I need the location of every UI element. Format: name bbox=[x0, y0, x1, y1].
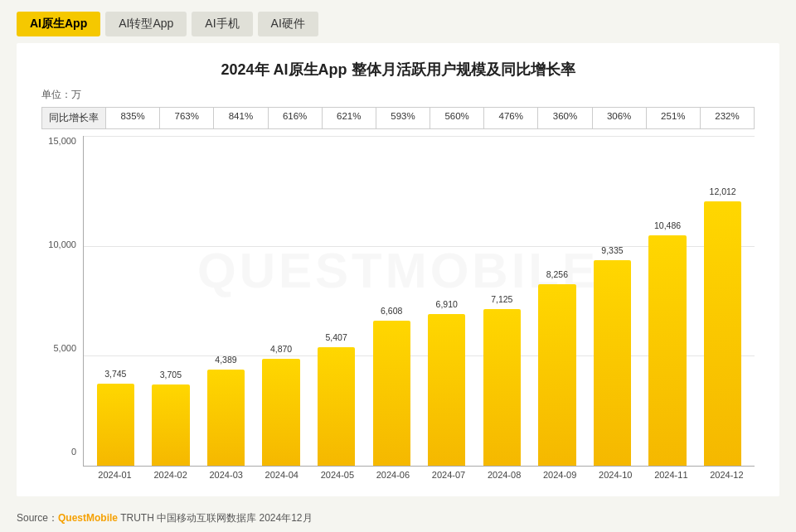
tab-ai-transform[interactable]: AI转型App bbox=[105, 12, 187, 36]
y-axis-label-2: 5,000 bbox=[53, 343, 76, 353]
bar-value-3: 4,870 bbox=[270, 344, 292, 354]
y-axis: 15,00010,0005,0000 bbox=[41, 136, 83, 480]
x-label-4: 2024-05 bbox=[309, 470, 365, 480]
yoy-header: 同比增长率 bbox=[42, 108, 106, 128]
bar-0: 3,745 bbox=[97, 384, 134, 466]
yoy-cell-5: 593% bbox=[376, 108, 430, 128]
bar-value-4: 5,407 bbox=[325, 332, 347, 342]
source-brand: QuestMobile bbox=[58, 512, 118, 524]
y-axis-label-0: 15,000 bbox=[48, 136, 76, 146]
bar-group-5: 6,608 bbox=[364, 136, 420, 466]
x-label-2: 2024-03 bbox=[198, 470, 254, 480]
bar-value-10: 10,486 bbox=[654, 220, 681, 230]
bar-group-10: 10,486 bbox=[640, 136, 696, 466]
chart-inner: 3,7453,7054,3894,8705,4076,6086,9107,125… bbox=[83, 136, 755, 480]
yoy-table: 同比增长率 835%763%841%616%621%593%560%476%36… bbox=[41, 107, 755, 129]
yoy-cell-2: 841% bbox=[214, 108, 268, 128]
chart-container: QUESTMOBILE 2024年 AI原生App 整体月活跃用户规模及同比增长… bbox=[17, 43, 779, 496]
yoy-cell-10: 251% bbox=[647, 108, 701, 128]
bar-1: 3,705 bbox=[152, 384, 189, 466]
bar-3: 4,870 bbox=[262, 359, 299, 466]
y-axis-label-3: 0 bbox=[71, 447, 76, 457]
x-label-1: 2024-02 bbox=[143, 470, 198, 480]
x-label-8: 2024-09 bbox=[532, 470, 588, 480]
bar-value-9: 9,335 bbox=[601, 245, 623, 255]
yoy-cell-3: 616% bbox=[269, 108, 323, 128]
source-prefix: Source： bbox=[17, 512, 58, 524]
yoy-cell-9: 306% bbox=[593, 108, 647, 128]
x-label-3: 2024-04 bbox=[254, 470, 309, 480]
x-label-0: 2024-01 bbox=[87, 470, 143, 480]
yoy-cell-4: 621% bbox=[323, 108, 376, 128]
yoy-cell-7: 476% bbox=[484, 108, 538, 128]
y-axis-label-1: 10,000 bbox=[48, 239, 76, 249]
bar-value-6: 6,910 bbox=[436, 299, 458, 309]
yoy-cells: 835%763%841%616%621%593%560%476%360%306%… bbox=[106, 108, 754, 128]
yoy-cell-11: 232% bbox=[701, 108, 754, 128]
bar-7: 7,125 bbox=[483, 309, 521, 466]
yoy-cell-1: 763% bbox=[160, 108, 214, 128]
bar-5: 6,608 bbox=[373, 321, 410, 466]
source-row: Source：QuestMobile TRUTH 中国移动互联网数据库 2024… bbox=[0, 505, 796, 532]
bar-group-3: 4,870 bbox=[254, 136, 309, 466]
bar-4: 5,407 bbox=[318, 347, 355, 466]
bar-value-5: 6,608 bbox=[381, 306, 402, 316]
tab-ai-phone[interactable]: AI手机 bbox=[192, 12, 252, 36]
bar-value-1: 3,705 bbox=[160, 370, 182, 380]
bar-group-11: 12,012 bbox=[695, 136, 750, 466]
bar-group-7: 7,125 bbox=[474, 136, 530, 466]
x-label-6: 2024-07 bbox=[420, 470, 476, 480]
bar-value-0: 3,745 bbox=[104, 369, 126, 379]
bars-area: 3,7453,7054,3894,8705,4076,6086,9107,125… bbox=[83, 136, 755, 467]
bar-9: 9,335 bbox=[594, 260, 631, 466]
chart-title: 2024年 AI原生App 整体月活跃用户规模及同比增长率 bbox=[41, 60, 755, 80]
bar-11: 12,012 bbox=[704, 201, 741, 466]
yoy-cell-6: 560% bbox=[430, 108, 484, 128]
yoy-cell-8: 360% bbox=[538, 108, 592, 128]
x-label-10: 2024-11 bbox=[643, 470, 699, 480]
x-labels: 2024-012024-022024-032024-042024-052024-… bbox=[83, 470, 755, 480]
x-label-5: 2024-06 bbox=[365, 470, 420, 480]
bar-group-2: 4,389 bbox=[198, 136, 254, 466]
yoy-cell-0: 835% bbox=[106, 108, 160, 128]
tab-ai-native[interactable]: AI原生App bbox=[17, 12, 100, 36]
bar-group-9: 9,335 bbox=[585, 136, 640, 466]
bar-group-4: 5,407 bbox=[308, 136, 364, 466]
bar-group-1: 3,705 bbox=[143, 136, 199, 466]
bar-value-2: 4,389 bbox=[215, 355, 236, 365]
x-label-9: 2024-10 bbox=[588, 470, 643, 480]
bar-10: 10,486 bbox=[648, 235, 686, 466]
bar-group-0: 3,745 bbox=[88, 136, 143, 466]
bar-group-8: 8,256 bbox=[530, 136, 585, 466]
bar-value-7: 7,125 bbox=[491, 294, 512, 304]
source-suffix: TRUTH 中国移动互联网数据库 2024年12月 bbox=[118, 512, 313, 524]
unit-label: 单位：万 bbox=[41, 88, 755, 102]
bar-chart-area: 15,00010,0005,0000 3,7453,7054,3894,8705… bbox=[41, 136, 755, 480]
tab-bar: AI原生App AI转型App AI手机 AI硬件 bbox=[0, 0, 796, 43]
x-label-7: 2024-08 bbox=[477, 470, 532, 480]
bar-group-6: 6,910 bbox=[419, 136, 474, 466]
bar-value-11: 12,012 bbox=[710, 186, 736, 196]
bar-8: 8,256 bbox=[538, 284, 575, 466]
bar-2: 4,389 bbox=[207, 370, 245, 466]
x-label-11: 2024-12 bbox=[699, 470, 755, 480]
bar-value-8: 8,256 bbox=[546, 269, 568, 279]
bars-row: 3,7453,7054,3894,8705,4076,6086,9107,125… bbox=[84, 136, 755, 466]
tab-ai-hardware[interactable]: AI硬件 bbox=[258, 12, 318, 36]
bar-6: 6,910 bbox=[428, 314, 465, 466]
